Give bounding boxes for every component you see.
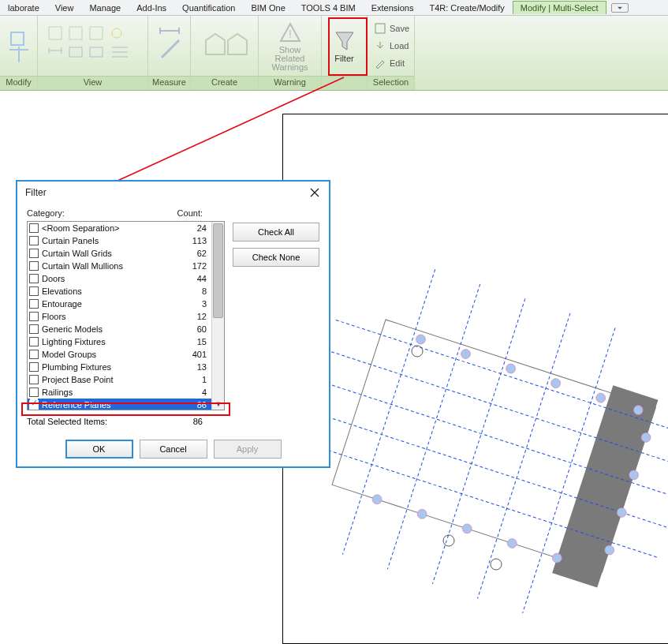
category-name: Curtain Wall Mullions <box>42 261 188 271</box>
filter-dialog: Filter Category: Count: <Room Separation… <box>16 180 330 468</box>
category-count: 4 <box>197 388 207 397</box>
category-count: 401 <box>188 350 207 359</box>
ok-button[interactable]: OK <box>65 440 133 459</box>
category-row[interactable]: Curtain Wall Grids62 <box>28 247 211 260</box>
svg-point-24 <box>550 377 562 389</box>
show-warnings-button[interactable]: ! Show Related Warnings <box>265 21 315 72</box>
checkbox[interactable] <box>29 350 39 359</box>
ribbon-collapse-toggle[interactable] <box>611 3 629 13</box>
checkbox[interactable] <box>29 274 39 283</box>
filter-button[interactable]: Filter <box>324 28 365 63</box>
category-row[interactable]: Elevations8 <box>28 285 211 298</box>
dialog-title: Filter <box>25 187 47 198</box>
menu-item-bim-one[interactable]: BIM One <box>243 1 293 14</box>
category-row[interactable]: Curtain Wall Mullions172 <box>28 260 211 272</box>
category-row[interactable]: Model Groups401 <box>28 348 211 361</box>
scroll-thumb[interactable] <box>213 223 223 318</box>
category-count: 86 <box>192 400 207 410</box>
category-row[interactable]: Entourage3 <box>28 298 211 310</box>
category-row[interactable]: Doors44 <box>28 272 211 285</box>
category-name: Plumbing Fixtures <box>42 362 192 372</box>
category-row[interactable]: Project Base Point1 <box>28 373 211 386</box>
apply-button[interactable]: Apply <box>214 440 282 459</box>
category-listbox[interactable]: <Room Separation>24Curtain Panels113Curt… <box>27 221 225 410</box>
close-icon <box>310 188 319 197</box>
view-canvas[interactable] <box>282 114 668 644</box>
check-all-button[interactable]: Check All <box>233 223 319 242</box>
svg-point-33 <box>461 522 473 534</box>
panel-label: Warning <box>259 76 321 90</box>
ribbon-panel-view: View <box>38 16 148 90</box>
ribbon-panel-filter: Filter <box>322 16 368 90</box>
checkbox[interactable] <box>29 312 39 321</box>
category-count: 3 <box>197 299 207 309</box>
ribbon-panel-measure: Measure <box>148 16 191 90</box>
load-icon <box>374 39 386 52</box>
category-count: 24 <box>192 223 207 233</box>
svg-point-36 <box>412 346 423 357</box>
category-name: Railings <box>42 388 197 397</box>
category-row[interactable]: Plumbing Fixtures13 <box>28 361 211 373</box>
category-name: Model Groups <box>42 350 188 359</box>
ribbon: Modify View Measure <box>0 16 668 91</box>
menu-item-quantification[interactable]: Quantification <box>174 1 243 14</box>
checkbox[interactable] <box>29 249 39 258</box>
checkbox[interactable] <box>29 400 39 410</box>
category-count: 8 <box>197 286 207 296</box>
scroll-down-icon[interactable]: ▼ <box>212 399 225 410</box>
category-row[interactable]: <Room Separation>24 <box>28 222 211 234</box>
view-tools-icon <box>46 24 140 68</box>
svg-rect-5 <box>90 47 103 57</box>
floorplan-graphic <box>283 114 668 644</box>
checkbox[interactable] <box>29 299 39 309</box>
category-row[interactable]: Generic Models60 <box>28 323 211 335</box>
category-count: 44 <box>192 274 207 283</box>
svg-rect-1 <box>69 27 82 39</box>
save-selection-button[interactable]: Save <box>374 21 409 36</box>
dialog-titlebar[interactable]: Filter <box>17 182 329 204</box>
check-none-button[interactable]: Check None <box>233 248 319 267</box>
measure-icon <box>155 26 184 66</box>
menu-item-view[interactable]: View <box>47 1 82 14</box>
category-row[interactable]: Curtain Panels113 <box>28 234 211 247</box>
close-button[interactable] <box>307 185 323 200</box>
checkbox[interactable] <box>29 261 39 271</box>
category-count: 60 <box>192 324 207 334</box>
category-row[interactable]: Reference Planes86 <box>28 399 211 410</box>
edit-selection-button[interactable]: Edit <box>374 55 405 71</box>
category-name: Lighting Fixtures <box>42 337 192 346</box>
checkbox[interactable] <box>29 236 39 245</box>
category-count: 62 <box>192 249 207 258</box>
svg-point-23 <box>505 362 517 374</box>
category-row[interactable]: Lighting Fixtures15 <box>28 335 211 348</box>
menu-item-t4r-create-modify[interactable]: T4R: Create/Modify <box>421 1 512 14</box>
svg-rect-2 <box>90 27 103 39</box>
svg-rect-4 <box>69 47 82 57</box>
category-name: Doors <box>42 274 192 283</box>
checkbox[interactable] <box>29 324 39 334</box>
menu-item-laborate[interactable]: laborate <box>0 1 47 14</box>
panel-label: Create <box>191 76 258 90</box>
category-row[interactable]: Railings4 <box>28 386 211 399</box>
checkbox[interactable] <box>29 223 39 233</box>
modify-icon <box>8 26 30 66</box>
scrollbar[interactable]: ▲ ▼ <box>211 222 224 410</box>
checkbox[interactable] <box>29 337 39 346</box>
svg-point-32 <box>506 537 518 549</box>
checkbox[interactable] <box>29 362 39 372</box>
checkbox[interactable] <box>29 375 39 384</box>
total-value: 86 <box>193 417 203 426</box>
menu-item-extensions[interactable]: Extensions <box>364 1 422 14</box>
svg-point-22 <box>460 348 472 360</box>
category-row[interactable]: Floors12 <box>28 310 211 323</box>
category-count: 1 <box>197 375 207 384</box>
menu-item-modify-multi-select[interactable]: Modify | Multi-Select <box>513 1 606 14</box>
checkbox[interactable] <box>29 286 39 296</box>
load-selection-button[interactable]: Load <box>374 38 409 54</box>
svg-point-21 <box>415 333 427 345</box>
menu-item-add-ins[interactable]: Add-Ins <box>129 1 174 14</box>
cancel-button[interactable]: Cancel <box>140 440 207 459</box>
checkbox[interactable] <box>29 388 39 397</box>
menu-item-tools-4-bim[interactable]: TOOLS 4 BIM <box>293 1 364 14</box>
menu-item-manage[interactable]: Manage <box>81 1 129 14</box>
